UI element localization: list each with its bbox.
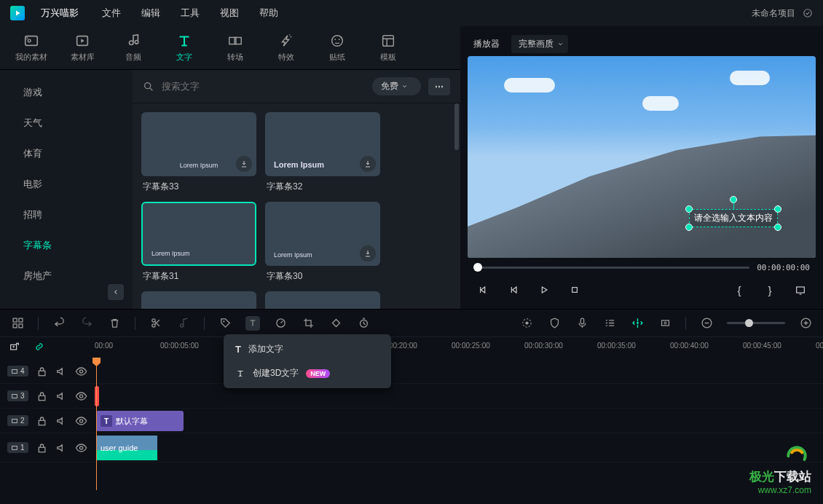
svg-point-29 xyxy=(525,321,528,324)
lock-icon[interactable] xyxy=(36,389,48,403)
mute-icon[interactable] xyxy=(55,441,68,455)
menu-file[interactable]: 文件 xyxy=(102,7,121,20)
sidebar-collapse-button[interactable] xyxy=(108,284,124,300)
mute-icon[interactable] xyxy=(55,364,68,379)
bracket-close-button[interactable]: } xyxy=(760,280,779,299)
download-icon[interactable] xyxy=(360,245,376,261)
asset-item[interactable] xyxy=(265,291,380,309)
menu-tools[interactable]: 工具 xyxy=(181,7,200,20)
svg-rect-18 xyxy=(18,318,22,322)
grid-scrollbar[interactable] xyxy=(454,103,459,150)
redo-button[interactable] xyxy=(79,316,94,331)
play-button[interactable] xyxy=(535,280,554,299)
sidebar-item-subtitle[interactable]: 字幕条 xyxy=(0,230,133,261)
mute-icon[interactable] xyxy=(55,389,68,403)
download-icon[interactable] xyxy=(236,156,252,172)
timer-button[interactable] xyxy=(356,316,371,331)
frame-button[interactable] xyxy=(658,316,672,331)
menu-help[interactable]: 帮助 xyxy=(259,7,278,20)
sidebar-item-sports[interactable]: 体育 xyxy=(0,138,133,169)
svg-rect-15 xyxy=(572,288,578,293)
svg-point-0 xyxy=(804,9,812,17)
search-icon xyxy=(143,81,154,92)
more-button[interactable]: ⋯ xyxy=(428,78,450,95)
menu-add-text[interactable]: T添加文字 xyxy=(227,337,388,361)
tab-audio[interactable]: 音频 xyxy=(115,33,151,63)
tab-templates[interactable]: 模板 xyxy=(370,33,406,63)
asset-item[interactable]: Lorem Ipsum 字幕条33 xyxy=(141,112,256,193)
crop-button[interactable] xyxy=(301,316,315,331)
svg-rect-17 xyxy=(13,318,17,322)
asset-item[interactable] xyxy=(141,291,256,309)
mic-button[interactable] xyxy=(575,316,589,331)
marker-button[interactable] xyxy=(630,316,645,331)
svg-rect-46 xyxy=(12,446,17,449)
layout-button[interactable] xyxy=(10,316,25,331)
bracket-open-button[interactable]: { xyxy=(730,280,749,299)
text-tool-button[interactable] xyxy=(245,316,260,331)
player-progress[interactable] xyxy=(473,267,749,269)
zoom-slider[interactable] xyxy=(727,322,785,324)
list-button[interactable] xyxy=(602,316,617,331)
svg-point-7 xyxy=(291,36,292,38)
watermark-logo xyxy=(784,440,811,468)
eye-icon[interactable] xyxy=(75,389,87,403)
saved-icon xyxy=(803,8,813,18)
sidebar-item-movie[interactable]: 电影 xyxy=(0,169,133,200)
tab-my-media[interactable]: 我的素材 xyxy=(13,33,50,63)
fullscreen-button[interactable] xyxy=(791,280,810,299)
filter-free-chip[interactable]: 免费 xyxy=(372,77,421,95)
tab-stock[interactable]: 素材库 xyxy=(64,33,101,63)
sidebar-item-game[interactable]: 游戏 xyxy=(0,77,133,108)
prev-frame-button[interactable] xyxy=(473,280,492,299)
tab-transition[interactable]: 转场 xyxy=(217,33,253,63)
text-overlay[interactable]: 请全选输入文本内容 xyxy=(689,209,778,227)
eye-icon[interactable] xyxy=(75,414,87,428)
zoom-out-button[interactable] xyxy=(699,316,714,331)
zoom-in-button[interactable] xyxy=(798,316,813,331)
svg-rect-26 xyxy=(332,319,339,326)
asset-item[interactable]: Lorem Ipsum 字幕条30 xyxy=(265,202,380,283)
rewind-button[interactable] xyxy=(504,280,523,299)
shield-button[interactable] xyxy=(547,316,562,331)
mute-icon[interactable] xyxy=(55,414,68,428)
delete-button[interactable] xyxy=(107,316,122,331)
menu-edit[interactable]: 编辑 xyxy=(141,7,160,20)
rotate-button[interactable] xyxy=(328,316,343,331)
search-input[interactable] xyxy=(162,81,365,92)
svg-point-31 xyxy=(637,322,639,324)
timeline-ruler[interactable]: 00:00 00:00:05:00 00:00:10:00 00:00:15:0… xyxy=(0,337,823,358)
lock-icon[interactable] xyxy=(36,441,48,455)
sidebar-item-hiring[interactable]: 招聘 xyxy=(0,200,133,230)
svg-rect-13 xyxy=(383,36,394,47)
menu-create-3d-text[interactable]: 创建3D文字NEW xyxy=(227,361,388,385)
tag-button[interactable] xyxy=(218,316,232,331)
speed-button[interactable] xyxy=(273,316,288,331)
category-sidebar: 游戏 天气 体育 电影 招聘 字幕条 房地产 xyxy=(0,70,133,309)
menu-view[interactable]: 视图 xyxy=(220,7,239,20)
text-clip[interactable]: T默认字幕 xyxy=(96,411,184,431)
undo-button[interactable] xyxy=(52,316,66,331)
download-icon[interactable] xyxy=(360,156,376,172)
track-row: 4 xyxy=(0,359,823,384)
asset-item[interactable]: Lorem Ipsum 字幕条31 xyxy=(141,202,256,283)
lock-icon[interactable] xyxy=(36,364,48,379)
eye-icon[interactable] xyxy=(75,441,87,455)
asset-item[interactable]: Lorem Ipsum 字幕条32 xyxy=(265,112,380,193)
color-button[interactable] xyxy=(519,316,534,331)
lock-icon[interactable] xyxy=(36,414,48,428)
tab-effects[interactable]: 特效 xyxy=(268,33,304,63)
tab-text[interactable]: 文字 xyxy=(166,33,202,63)
video-preview[interactable]: 请全选输入文本内容 xyxy=(468,56,816,258)
asset-label: 字幕条32 xyxy=(265,181,380,193)
sidebar-item-weather[interactable]: 天气 xyxy=(0,108,133,138)
video-clip[interactable]: user guide xyxy=(96,436,157,460)
track-row: 2 T默认字幕 xyxy=(0,409,823,433)
quality-select[interactable]: 完整画质 xyxy=(511,35,568,53)
split-button[interactable] xyxy=(149,316,163,331)
tab-stickers[interactable]: 贴纸 xyxy=(319,33,355,63)
music-button[interactable] xyxy=(176,316,191,331)
eye-icon[interactable] xyxy=(75,364,87,379)
stop-button[interactable] xyxy=(565,280,584,299)
playhead[interactable] xyxy=(96,359,97,490)
